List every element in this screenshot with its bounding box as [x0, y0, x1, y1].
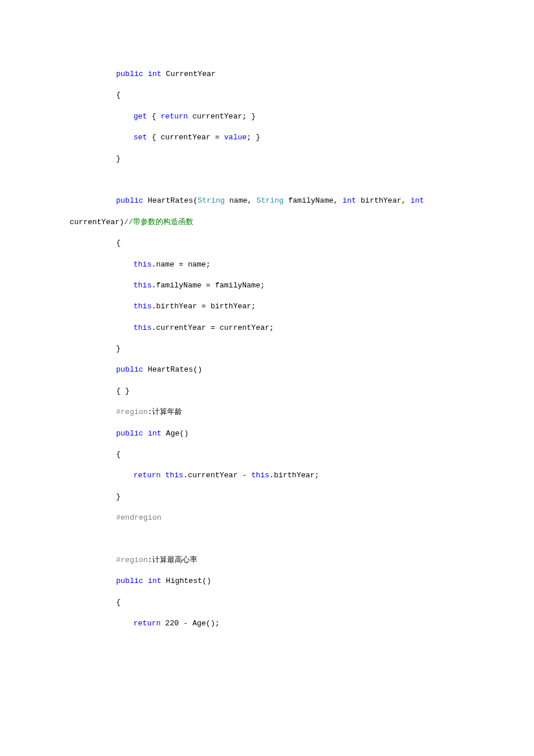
code-token	[143, 577, 148, 585]
code-token: //带参数的构造函数	[124, 218, 194, 226]
code-line: this.birthYear = birthYear;	[70, 296, 464, 317]
code-token: #region	[116, 556, 148, 564]
code-token: this	[134, 323, 151, 332]
code-line: currentYear)//带参数的构造函数	[70, 212, 464, 233]
code-line: {	[70, 444, 464, 465]
code-token: #region	[116, 408, 148, 416]
code-line: public HeartRates()	[70, 359, 464, 380]
code-token: #endregion	[116, 513, 161, 522]
code-token: String	[197, 196, 225, 205]
code-token: birthYear,	[356, 196, 411, 205]
code-line: return this.currentYear - this.birthYear…	[70, 465, 464, 486]
code-token: {	[116, 450, 121, 459]
code-line: get { return currentYear; }	[70, 106, 464, 127]
code-token: this	[251, 471, 269, 480]
code-token: {	[116, 91, 121, 99]
code-token: currentYear)	[70, 218, 124, 226]
code-line: return 220 - Age();	[70, 613, 464, 634]
code-token: .familyName = familyName;	[151, 281, 265, 290]
code-token: get	[134, 112, 147, 121]
code-token: return	[134, 471, 161, 480]
code-token: Hightest()	[161, 577, 211, 585]
code-line: #region:计算年龄	[70, 402, 464, 423]
code-token: { }	[116, 387, 129, 395]
code-line: { }	[70, 381, 464, 402]
code-token: ; }	[247, 133, 260, 142]
code-token: }	[116, 344, 121, 353]
code-line: public int Age()	[70, 423, 464, 444]
code-token: :计算年龄	[148, 408, 183, 416]
code-token: CurrentYear	[161, 70, 216, 78]
code-token: int	[410, 196, 424, 205]
code-token: HeartRates()	[143, 365, 202, 374]
code-line	[70, 170, 464, 190]
code-token: 220 - Age();	[161, 619, 219, 628]
code-token: }	[116, 492, 121, 501]
code-token: this	[134, 281, 151, 290]
code-token	[424, 196, 429, 205]
code-token: {	[116, 239, 121, 247]
code-token: value	[224, 133, 247, 142]
code-line	[70, 529, 464, 550]
code-token: :计算最高心率	[148, 556, 198, 564]
code-token: int	[148, 70, 161, 78]
code-line: this.name = name;	[70, 254, 464, 275]
code-token: currentYear; }	[188, 112, 256, 121]
code-token: public	[116, 196, 143, 205]
code-token: public	[116, 577, 143, 585]
code-token: .name = name;	[151, 260, 210, 269]
code-token: {	[116, 598, 121, 607]
code-line: {	[70, 592, 464, 613]
code-token	[143, 70, 148, 78]
code-line: {	[70, 233, 464, 254]
code-token: this	[165, 471, 183, 480]
code-token: set	[134, 133, 147, 142]
code-token: int	[148, 577, 161, 585]
code-token: int	[148, 429, 161, 438]
code-token: return	[161, 112, 188, 121]
code-line: }	[70, 339, 464, 359]
code-token: familyName,	[284, 196, 342, 205]
code-line: set { currentYear = value; }	[70, 127, 464, 148]
code-line: }	[70, 487, 464, 507]
code-line: #endregion	[70, 507, 464, 528]
code-token	[143, 429, 148, 438]
code-token: this	[134, 302, 151, 311]
code-token: public	[116, 70, 143, 78]
code-token: String	[257, 196, 284, 205]
code-line: this.familyName = familyName;	[70, 275, 464, 296]
code-token: }	[116, 154, 121, 163]
code-token: { currentYear =	[147, 133, 224, 142]
code-document: public int CurrentYear{get { return curr…	[0, 0, 534, 669]
code-line: public HeartRates(String name, String fa…	[70, 190, 464, 211]
code-block: public int CurrentYear{get { return curr…	[70, 64, 464, 635]
code-line: {	[70, 85, 464, 106]
code-line: public int CurrentYear	[70, 64, 464, 85]
code-token: name,	[225, 196, 257, 205]
code-token: public	[116, 365, 143, 374]
code-token: return	[134, 619, 161, 628]
code-token: {	[147, 112, 160, 121]
code-token: int	[342, 196, 356, 205]
code-line: }	[70, 149, 464, 170]
code-token: this	[134, 260, 151, 269]
code-token: .currentYear -	[183, 471, 251, 480]
code-token: .birthYear;	[269, 471, 319, 480]
code-token: public	[116, 429, 143, 438]
code-line: #region:计算最高心率	[70, 550, 464, 571]
code-token: .birthYear = birthYear;	[151, 302, 255, 311]
code-token: HeartRates(	[143, 196, 198, 205]
code-token: Age()	[161, 429, 189, 438]
code-line: public int Hightest()	[70, 571, 464, 592]
code-token	[161, 471, 165, 480]
code-line: this.currentYear = currentYear;	[70, 318, 464, 339]
code-token: .currentYear = currentYear;	[151, 323, 274, 332]
